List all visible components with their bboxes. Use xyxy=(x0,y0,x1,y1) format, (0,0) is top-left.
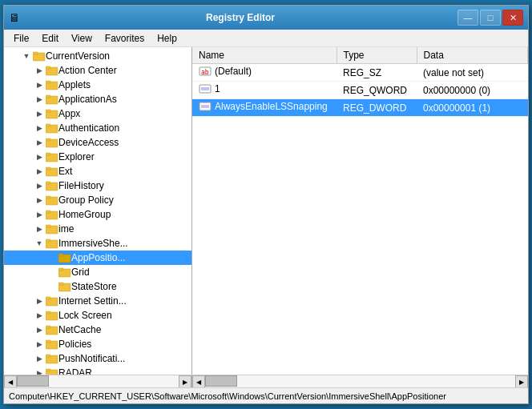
tree-node-grouppolicy[interactable]: ▶ Group Policy xyxy=(4,193,191,207)
horizontal-scrollbar[interactable]: ◀ ▶ ◀ ▶ xyxy=(4,375,528,387)
svg-rect-25 xyxy=(46,225,50,227)
tree-node-radar[interactable]: ▶ RADAR xyxy=(4,366,191,375)
svg-rect-21 xyxy=(46,196,50,198)
row-alwaysenable-type: REG_DWORD xyxy=(337,99,417,117)
tree-node-authentication[interactable]: ▶ Authentication xyxy=(4,121,191,135)
svg-rect-13 xyxy=(46,138,50,141)
tree-label-internetsettings: Internet Settin... xyxy=(58,295,127,307)
tree-node-applicationas[interactable]: ▶ ApplicationAs xyxy=(4,92,191,106)
expand-authentication[interactable]: ▶ xyxy=(33,122,46,134)
menu-edit[interactable]: Edit xyxy=(35,31,65,46)
tree-node-applets[interactable]: ▶ Applets xyxy=(4,78,191,92)
tree-node-pushnotifications[interactable]: ▶ PushNotificati... xyxy=(4,351,191,366)
scroll-left-btn[interactable]: ◀ xyxy=(4,375,17,388)
detail-scrollbar[interactable]: ◀ ▶ xyxy=(192,375,528,387)
menu-favorites[interactable]: Favorites xyxy=(99,31,151,46)
scroll-right-btn[interactable]: ▶ xyxy=(179,375,191,388)
tree-node-internetsettings[interactable]: ▶ Internet Settin... xyxy=(4,294,191,308)
detail-scroll-right-btn[interactable]: ▶ xyxy=(515,375,528,388)
tree-label-currentversion: CurrentVersion xyxy=(46,50,110,62)
tree-node-filehistory[interactable]: ▶ FileHistory xyxy=(4,178,191,193)
registry-row-default[interactable]: ab (Default) REG_SZ (value not set) xyxy=(192,64,528,82)
folder-icon-lockscreen xyxy=(46,310,58,321)
tree-pane[interactable]: ▼ CurrentVersion ▶ Action Center ▶ xyxy=(4,47,192,375)
tree-label-action-center: Action Center xyxy=(58,65,117,76)
expand-netcache[interactable]: ▶ xyxy=(33,323,46,336)
expand-homegroup[interactable]: ▶ xyxy=(33,208,46,221)
expand-explorer[interactable]: ▶ xyxy=(33,150,46,163)
maximize-button[interactable]: □ xyxy=(480,10,501,26)
svg-rect-11 xyxy=(46,124,50,126)
tree-node-explorer[interactable]: ▶ Explorer xyxy=(4,150,191,164)
status-bar: Computer\HKEY_CURRENT_USER\Software\Micr… xyxy=(4,387,528,403)
tree-node-currentversion[interactable]: ▼ CurrentVersion xyxy=(4,49,191,63)
tree-node-netcache[interactable]: ▶ NetCache xyxy=(4,323,191,337)
expand-policies[interactable]: ▶ xyxy=(33,338,46,351)
expand-currentversion[interactable]: ▼ xyxy=(20,50,33,62)
svg-rect-55 xyxy=(201,105,209,108)
row-alwaysenable-data: 0x00000001 (1) xyxy=(417,99,528,117)
expand-pushnotifications[interactable]: ▶ xyxy=(33,352,46,365)
svg-rect-35 xyxy=(46,297,50,299)
content-area: ▼ CurrentVersion ▶ Action Center ▶ xyxy=(4,47,528,375)
minimize-button[interactable]: — xyxy=(457,10,478,26)
tree-label-lockscreen: Lock Screen xyxy=(58,310,112,321)
tree-node-apppositioner[interactable]: ▶ AppPositio... xyxy=(4,251,191,265)
tree-label-appx: Appx xyxy=(58,108,80,119)
expand-immersiveshell[interactable]: ▼ xyxy=(33,237,46,250)
tree-node-policies[interactable]: ▶ Policies xyxy=(4,337,191,351)
expand-applets[interactable]: ▶ xyxy=(33,78,46,91)
detail-scroll-left-btn[interactable]: ◀ xyxy=(192,375,205,388)
folder-icon-ime xyxy=(46,223,58,235)
expand-grouppolicy[interactable]: ▶ xyxy=(33,194,46,207)
menu-file[interactable]: File xyxy=(7,31,35,46)
reg-sz-icon: ab xyxy=(199,66,212,77)
registry-row-alwaysenable[interactable]: AlwaysEnableLSSnapping REG_DWORD 0x00000… xyxy=(192,99,528,117)
tree-node-deviceaccess[interactable]: ▶ DeviceAccess xyxy=(4,135,191,150)
svg-rect-23 xyxy=(46,211,50,213)
menu-help[interactable]: Help xyxy=(151,31,183,46)
detail-scroll-thumb[interactable] xyxy=(205,375,237,387)
expand-ime[interactable]: ▶ xyxy=(33,223,46,235)
tree-node-statestore[interactable]: ▶ StateStore xyxy=(4,279,191,294)
tree-scroll-thumb[interactable] xyxy=(17,375,49,387)
expand-internetsettings[interactable]: ▶ xyxy=(33,295,46,307)
expand-radar[interactable]: ▶ xyxy=(33,367,46,375)
tree-node-ext[interactable]: ▶ Ext xyxy=(4,164,191,178)
svg-rect-33 xyxy=(58,283,63,285)
folder-icon-explorer xyxy=(46,151,58,162)
tree-scrollbar[interactable]: ◀ ▶ xyxy=(4,375,192,387)
tree-label-pushnotifications: PushNotificati... xyxy=(58,353,125,364)
registry-row-1[interactable]: 1 REG_QWORD 0x00000000 (0) xyxy=(192,82,528,99)
svg-rect-31 xyxy=(58,268,63,271)
expand-action-center[interactable]: ▶ xyxy=(33,64,46,77)
expand-deviceaccess[interactable]: ▶ xyxy=(33,136,46,149)
svg-rect-7 xyxy=(46,95,50,98)
svg-rect-3 xyxy=(46,66,50,69)
folder-icon-statestore xyxy=(58,281,71,292)
tree-node-homegroup[interactable]: ▶ HomeGroup xyxy=(4,207,191,222)
svg-rect-9 xyxy=(46,110,50,112)
expand-filehistory[interactable]: ▶ xyxy=(33,179,46,192)
expand-applicationas[interactable]: ▶ xyxy=(33,93,46,106)
tree-node-action-center[interactable]: ▶ Action Center xyxy=(4,63,191,78)
close-button[interactable]: ✕ xyxy=(502,10,523,26)
tree-node-grid[interactable]: ▶ Grid xyxy=(4,265,191,279)
expand-lockscreen[interactable]: ▶ xyxy=(33,309,46,322)
tree-node-appx[interactable]: ▶ Appx xyxy=(4,106,191,121)
folder-icon-applicationas xyxy=(46,94,58,105)
tree-node-lockscreen[interactable]: ▶ Lock Screen xyxy=(4,308,191,323)
tree-node-immersiveshell[interactable]: ▼ ImmersiveShe... xyxy=(4,236,191,251)
svg-rect-5 xyxy=(46,81,50,83)
expand-ext[interactable]: ▶ xyxy=(33,165,46,178)
tree-label-radar: RADAR xyxy=(58,367,92,375)
tree-scroll-track[interactable] xyxy=(17,375,179,387)
svg-rect-45 xyxy=(46,369,50,371)
detail-scroll-track[interactable] xyxy=(205,375,515,387)
svg-rect-29 xyxy=(58,254,63,256)
menu-view[interactable]: View xyxy=(65,31,99,46)
folder-icon-netcache xyxy=(46,324,58,335)
row-1-name: 1 xyxy=(192,82,337,99)
expand-appx[interactable]: ▶ xyxy=(33,107,46,120)
tree-node-ime[interactable]: ▶ ime xyxy=(4,222,191,236)
